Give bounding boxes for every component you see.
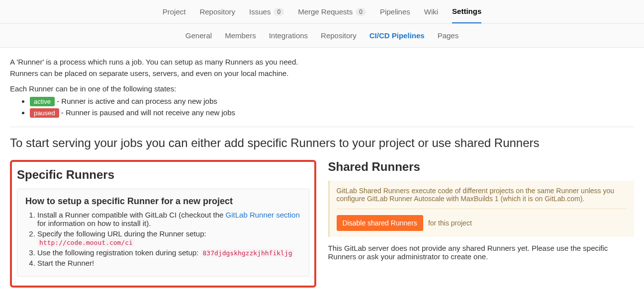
shared-runners-note: This GitLab server does not provide any … [328,244,635,261]
disable-shared-runners-button[interactable]: Disable shared Runners [337,215,423,231]
nav-issues[interactable]: Issues0 [249,7,284,23]
registration-token-code: 837djdgskhgzzkjhhfikljg [201,249,294,257]
subnav-repository[interactable]: Repository [321,31,357,40]
mr-count: 0 [356,8,366,16]
subnav-pages[interactable]: Pages [438,31,459,40]
howto-panel: How to setup a specific Runner for a new… [17,189,309,277]
for-project-text: for this project [428,219,472,227]
gitlab-runner-link[interactable]: GitLab Runner section [226,211,300,219]
howto-heading: How to setup a specific Runner for a new… [25,196,301,207]
issues-count: 0 [274,8,284,16]
runner-state-active: active - Runner is active and can proces… [30,97,634,106]
nav-settings[interactable]: Settings [452,7,481,23]
nav-merge-requests[interactable]: Merge Requests0 [298,7,366,23]
specific-runners-title: Specific Runners [17,168,309,182]
step-1: Install a Runner compatible with GitLab … [37,211,301,227]
nav-pipelines[interactable]: Pipelines [380,7,410,23]
intro-line-2: Runners can be placed on separate users,… [10,69,634,77]
subnav-integrations[interactable]: Integrations [269,31,308,40]
intro-line-3: Each Runner can be in one of the followi… [10,84,634,93]
content-area: A 'Runner' is a process which runs a job… [0,48,644,297]
runner-url-code: http://code.moout.com/ci [37,238,135,247]
highlight-box: Specific Runners How to setup a specific… [10,160,316,288]
divider [10,127,634,127]
step-3: Use the following registration token dur… [37,248,301,257]
shared-info-text: GitLab Shared Runners execute code of di… [337,187,628,203]
step-4: Start the Runner! [37,259,301,267]
nav-repository[interactable]: Repository [199,7,235,23]
subnav-cicd[interactable]: CI/CD Pipelines [369,31,425,40]
subnav-members[interactable]: Members [225,31,256,40]
specific-runners-column: Specific Runners How to setup a specific… [10,160,316,297]
subnav-general[interactable]: General [185,31,212,40]
runner-state-paused: paused - Runner is paused and will not r… [30,108,634,118]
intro-section: A 'Runner' is a process which runs a job… [10,58,634,118]
top-nav: Project Repository Issues0 Merge Request… [0,0,644,24]
intro-line-1: A 'Runner' is a process which runs a job… [10,58,634,66]
active-badge: active [30,97,55,106]
shared-info-box: GitLab Shared Runners execute code of di… [328,181,635,237]
step-2: Specify the following URL during the Run… [37,229,301,246]
sub-nav: General Members Integrations Repository … [0,24,644,48]
wide-heading: To start serving your jobs you can eithe… [10,136,634,150]
info-divider [337,209,628,209]
shared-runners-column: Shared Runners GitLab Shared Runners exe… [328,160,635,261]
shared-runners-title: Shared Runners [328,160,635,174]
paused-badge: paused [30,108,59,118]
nav-project[interactable]: Project [163,7,186,23]
nav-wiki[interactable]: Wiki [424,7,438,23]
